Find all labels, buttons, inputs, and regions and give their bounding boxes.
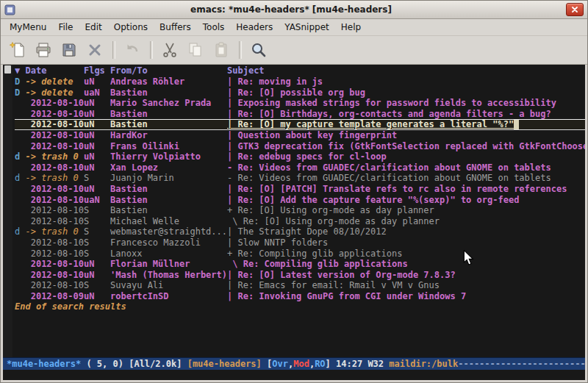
message-row[interactable]: 2012-08-10uN HardKor | Question about ke… (15, 130, 585, 141)
message-row[interactable]: 2012-08-10uN 'Mash (Thomas Herbert)| Re:… (15, 270, 585, 281)
mode-line-segment: maildir:/bulk (389, 359, 458, 369)
search-icon (250, 41, 268, 59)
flags-cell: uN (84, 109, 110, 119)
date-cell: 2012-08-10 (25, 184, 83, 194)
subject-cell: \ Re: Compiling glib applications (227, 259, 408, 269)
message-row[interactable]: 2012-08-10uN Bastien | Re: [O] [PATCH] T… (15, 184, 585, 195)
message-row[interactable]: 2012-08-10uN Frans Oilinki | GTK3 deprec… (15, 141, 585, 152)
mode-line[interactable]: *mu4e-headers* ( 5, 0) [All/2.0k] [mu4e-… (3, 357, 585, 370)
echo-area[interactable] (3, 370, 585, 380)
message-row[interactable]: 2012-08-10uN Bastien | Re: [O] Birthdays… (15, 109, 585, 120)
menu-item-buffers[interactable]: Buffers (154, 20, 197, 35)
mark-target: -> trash 0 (25, 151, 83, 162)
mode-line-segment: [All/2.0k] (129, 359, 187, 369)
column-header-from[interactable]: From/To (110, 65, 227, 76)
headers-window: ▼ Date Flgs From/To Subject D -> delete … (3, 65, 585, 357)
menu-item-help[interactable]: Help (335, 20, 367, 35)
paste-button[interactable] (210, 39, 232, 61)
close-button[interactable] (84, 39, 106, 61)
date-cell: 2012-08-10 (25, 248, 83, 259)
message-row[interactable]: 2012-08-10S Bastien + Re: [O] Using org-… (15, 205, 585, 216)
from-cell: webmaster@straightd... (110, 226, 227, 237)
date-cell: 2012-08-10 (25, 205, 83, 215)
title-bar[interactable]: emacs: *mu4e-headers* [mu4e-headers] (1, 1, 587, 19)
flags-cell: uN (84, 291, 110, 301)
copy-button[interactable] (184, 39, 207, 61)
flags-cell: S (84, 248, 110, 259)
message-row[interactable]: d -> trash 0 S webmaster@straightd...| T… (15, 226, 585, 237)
message-row[interactable]: 2012-08-10uN Xan Lopez - Re: Videos from… (15, 162, 585, 173)
date-cell: 2012-08-10 (25, 259, 83, 269)
buffer-empty-area[interactable] (15, 312, 585, 357)
menu-item-yasnippet[interactable]: YASnippet (279, 20, 335, 35)
menu-item-mymenu[interactable]: MyMenu (4, 20, 52, 35)
menu-item-edit[interactable]: Edit (79, 20, 108, 35)
mark-char (15, 98, 25, 108)
mark-char: d (15, 226, 25, 237)
flags-cell: uN (84, 130, 110, 140)
flags-cell: S (84, 205, 110, 215)
message-row[interactable]: 2012-08-10uN Bastien | Re: [O] my captur… (15, 119, 585, 130)
mode-line-segment: Mod (293, 359, 309, 369)
message-row[interactable]: d -> trash 0 uN Thierry Volpiatto | Re: … (15, 151, 585, 162)
print-icon (35, 41, 52, 59)
menu-item-headers[interactable]: Headers (230, 20, 279, 35)
from-cell: Frans Oilinki (110, 141, 227, 151)
mark-char (15, 259, 25, 269)
cut-button[interactable] (159, 39, 181, 61)
date-cell: 2012-08-10 (25, 98, 83, 108)
message-row[interactable]: d -> trash 0 S Juanjo Marin - Re: Videos… (15, 173, 585, 184)
emacs-window: emacs: *mu4e-headers* [mu4e-headers] MyM… (0, 0, 588, 383)
subject-cell: | Re: [O] Add the capture feature "%(sex… (227, 195, 519, 205)
new-file-button[interactable] (7, 39, 29, 61)
menu-item-file[interactable]: File (52, 20, 79, 35)
menu-item-options[interactable]: Options (108, 20, 154, 35)
print-button[interactable] (32, 39, 54, 61)
sort-direction-indicator: ▼ (15, 65, 25, 76)
scrollbar[interactable] (3, 65, 12, 357)
column-header-flags[interactable]: Flgs (84, 65, 110, 76)
message-row[interactable]: 2012-08-10uaN Bastien | Re: [O] Add the … (15, 195, 585, 206)
from-cell: Juanjo Marin (110, 173, 227, 183)
mark-char (15, 291, 25, 301)
window-close-button[interactable] (566, 3, 584, 16)
mark-char (15, 270, 25, 280)
subject-cell: | Re: Emacs for email: Rmail v VM v Gnus (227, 280, 440, 290)
save-button[interactable] (58, 39, 80, 61)
window-menu-icon[interactable] (4, 4, 16, 15)
subject-cell: | Re: edebug specs for cl-loop (227, 151, 387, 162)
from-cell: Bastien (110, 87, 227, 98)
mark-char (15, 162, 25, 173)
flags-cell: uN (84, 270, 110, 280)
headers-header-line[interactable]: ▼ Date Flgs From/To Subject (15, 65, 585, 76)
column-header-date[interactable]: Date (25, 65, 83, 76)
from-cell: Andreas Röhler (110, 76, 227, 87)
message-row[interactable]: 2012-08-10uN Florian Müllner \ Re: Compi… (15, 259, 585, 270)
mark-char: d (15, 151, 25, 162)
message-row[interactable]: 2012-08-10uN Mario Sanchez Prada | Expos… (15, 98, 585, 109)
message-row[interactable]: D -> delete uN Andreas Röhler | Re: movi… (15, 76, 585, 87)
message-row[interactable]: 2012-08-10S Suvayu Ali | Re: Emacs for e… (15, 280, 585, 291)
scrollbar-thumb[interactable] (4, 65, 11, 74)
undo-button[interactable] (121, 39, 143, 61)
from-cell: Bastien (110, 205, 227, 215)
date-cell: 2012-08-10 (25, 216, 83, 226)
flags-cell: uN (84, 119, 110, 129)
from-cell: Mario Sanchez Prada (110, 98, 227, 108)
message-row[interactable]: 2012-08-10S Francesco Mazzoli | Slow NNT… (15, 237, 585, 248)
message-row[interactable]: 2012-08-10S Michael Welle \ Re: [O] Usin… (15, 216, 585, 227)
menu-item-tools[interactable]: Tools (197, 20, 231, 35)
from-cell: Florian Müllner (110, 259, 227, 269)
column-header-subject[interactable]: Subject (227, 65, 265, 76)
subject-cell: | Re: [O] Latest version of Org-mode 7.8… (227, 270, 456, 280)
message-row[interactable]: 2012-08-10S Lanoxx + Re: Compiling glib … (15, 248, 585, 259)
message-list: D -> delete uN Andreas Röhler | Re: movi… (15, 76, 585, 301)
paste-icon (212, 41, 230, 59)
search-button[interactable] (248, 39, 270, 61)
date-cell: 2012-08-10 (25, 195, 83, 205)
message-row[interactable]: 2012-08-09uN robertcInSD | Re: Invoking … (15, 291, 585, 302)
new-file-icon (9, 41, 26, 59)
subject-cell: + Re: [O] Using org-mode as day planner (227, 205, 434, 215)
mode-line-segment: ] (326, 359, 336, 369)
message-row[interactable]: D -> delete uaN Bastien | Re: [O] possib… (15, 87, 585, 99)
